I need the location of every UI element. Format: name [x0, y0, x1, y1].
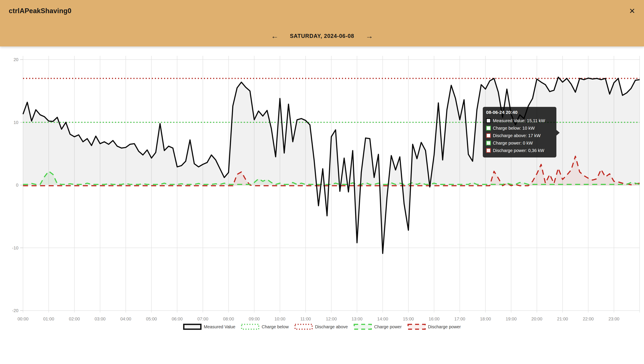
- legend-item-discharge-power[interactable]: Discharge power: [408, 324, 461, 330]
- y-axis-tick-label: 10: [14, 120, 18, 125]
- legend-label: Charge below: [262, 324, 288, 330]
- x-axis-tick-label: 08:00: [223, 316, 234, 321]
- x-axis-tick-label: 22:00: [583, 316, 594, 321]
- x-axis-tick-label: 17:00: [454, 316, 465, 321]
- dialog-header: ctrlAPeakShaving0 ✕ ← SATURDAY, 2024-06-…: [0, 0, 644, 46]
- x-axis-tick-label: 23:00: [608, 316, 620, 321]
- legend-label: Charge power: [374, 324, 402, 330]
- x-axis-tick-label: 09:00: [249, 316, 260, 321]
- x-axis-tick-label: 15:00: [403, 316, 414, 321]
- tooltip-row: Measured Value: 15,11 kW: [486, 117, 553, 124]
- axis-tick-labels: 00:0001:0002:0003:0004:0005:0006:0007:00…: [12, 57, 620, 321]
- legend-item-discharge-above[interactable]: Discharge above: [294, 324, 348, 330]
- x-axis-tick-label: 18:00: [480, 316, 491, 321]
- legend-label: Discharge power: [428, 324, 461, 330]
- x-axis-tick-label: 04:00: [120, 316, 131, 321]
- previous-day-arrow-icon[interactable]: ←: [270, 32, 280, 40]
- x-axis-tick-label: 20:00: [532, 316, 542, 321]
- tooltip-title: 08-06-24 20:40: [486, 110, 553, 115]
- x-axis-tick-label: 13:00: [352, 316, 362, 321]
- legend-item-charge-power[interactable]: Charge power: [354, 324, 402, 330]
- tooltip-discharge-power: Discharge power: 0,36 kW: [493, 148, 544, 153]
- chart-legend: Measured ValueCharge belowDischarge abov…: [0, 324, 644, 330]
- date-label: SATURDAY, 2024-06-08: [290, 33, 354, 39]
- x-axis-tick-label: 12:00: [326, 316, 337, 321]
- x-axis-tick-label: 03:00: [95, 316, 106, 321]
- measured-value-swatch: [486, 118, 491, 123]
- legend-label: Measured Value: [204, 324, 235, 330]
- x-axis-tick-label: 07:00: [197, 316, 208, 321]
- legend-swatch: [241, 324, 259, 330]
- tooltip-row: Discharge power: 0,36 kW: [486, 147, 553, 154]
- tooltip-charge-power: Charge power: 0 kW: [493, 140, 533, 146]
- x-axis-tick-label: 01:00: [43, 316, 54, 321]
- y-axis-tick-label: -20: [12, 308, 18, 313]
- chart-tooltip: 08-06-24 20:40 Measured Value: 15,11 kW …: [483, 107, 556, 158]
- dialog-title: ctrlAPeakShaving0: [9, 7, 72, 15]
- close-icon[interactable]: ✕: [629, 6, 636, 15]
- chart-plot-area[interactable]: 00:0001:0002:0003:0004:0005:0006:0007:00…: [0, 0, 644, 364]
- tooltip-discharge-above: Discharge above: 17 kW: [493, 133, 540, 138]
- tooltip-measured-value: Measured Value: 15,11 kW: [493, 118, 545, 123]
- x-axis-tick-label: 21:00: [557, 316, 568, 321]
- next-day-arrow-icon[interactable]: →: [364, 32, 374, 40]
- legend-swatch: [354, 324, 372, 330]
- x-axis-tick-label: 05:00: [146, 316, 157, 321]
- tooltip-row: Charge power: 0 kW: [486, 139, 553, 147]
- charge-power-swatch: [486, 140, 491, 146]
- discharge-power-swatch: [486, 148, 491, 153]
- tooltip-row: Charge below: 10 kW: [486, 124, 553, 132]
- y-axis-tick-label: 20: [14, 57, 18, 62]
- charge-below-swatch: [486, 126, 491, 130]
- y-axis-tick-label: 0: [16, 183, 18, 188]
- x-axis-tick-label: 00:00: [18, 316, 28, 321]
- legend-item-measured-value[interactable]: Measured Value: [183, 324, 235, 330]
- legend-item-charge-below[interactable]: Charge below: [241, 324, 288, 330]
- tooltip-row: Discharge above: 17 kW: [486, 132, 553, 139]
- legend-label: Discharge above: [315, 324, 348, 330]
- legend-swatch: [294, 324, 313, 330]
- legend-swatch: [408, 324, 426, 330]
- x-axis-tick-label: 10:00: [274, 316, 286, 321]
- x-axis-tick-label: 02:00: [69, 316, 80, 321]
- y-axis-tick-label: -10: [12, 246, 18, 250]
- x-axis-tick-label: 14:00: [377, 316, 388, 321]
- legend-swatch: [183, 324, 202, 330]
- x-axis-tick-label: 06:00: [172, 316, 183, 321]
- tooltip-charge-below: Charge below: 10 kW: [493, 126, 535, 131]
- date-navigation: ← SATURDAY, 2024-06-08 →: [0, 30, 644, 42]
- x-axis-tick-label: 16:00: [429, 316, 440, 321]
- x-axis-tick-label: 19:00: [506, 316, 517, 321]
- discharge-above-swatch: [486, 133, 491, 138]
- x-axis-tick-label: 11:00: [300, 316, 311, 321]
- tooltip-caret: [556, 130, 560, 136]
